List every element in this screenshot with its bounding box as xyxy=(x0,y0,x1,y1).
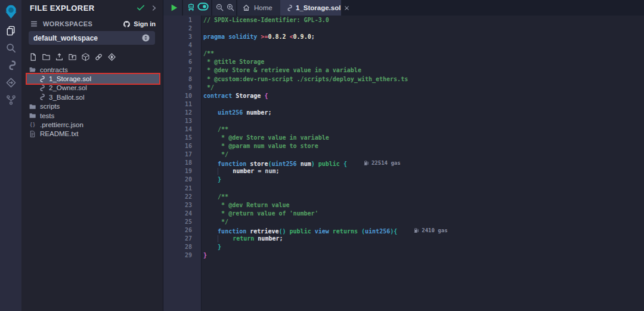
new-folder-icon[interactable] xyxy=(42,53,51,61)
editor-tabbar: Home 1_Storage.sol xyxy=(163,0,644,16)
ai-assistant-icon[interactable] xyxy=(186,2,196,13)
file-text-icon xyxy=(29,130,36,138)
tab-home[interactable]: Home xyxy=(237,0,280,16)
file-label: scripts xyxy=(40,103,60,110)
check-icon[interactable] xyxy=(136,3,145,15)
line-number: 26 xyxy=(163,226,201,235)
file-explorer-icon[interactable] xyxy=(4,24,17,37)
line-number: 23 xyxy=(163,201,201,210)
code-editor[interactable]: // SPDX-License-Identifier: GPL-3.0pragm… xyxy=(201,16,644,311)
braces-icon: {} xyxy=(29,121,36,129)
deploy-run-icon[interactable] xyxy=(4,76,17,89)
zoom-in-button[interactable] xyxy=(226,3,235,12)
solidity-file-icon xyxy=(38,93,45,101)
panel-title: FILE EXPLORER xyxy=(30,4,95,13)
ai-toggle[interactable] xyxy=(197,2,209,11)
line-number: 15 xyxy=(163,134,201,142)
git-icon[interactable] xyxy=(4,93,17,106)
line-number: 6 xyxy=(163,58,201,66)
line-number: 27 xyxy=(163,235,201,243)
solidity-file-icon xyxy=(285,4,293,12)
workspace-selector[interactable]: default_workspace xyxy=(29,31,155,45)
chevron-right-icon[interactable] xyxy=(150,4,158,14)
code-line-2 xyxy=(203,24,644,33)
file-3-ballot-sol[interactable]: 3_Ballot.sol xyxy=(21,93,163,101)
line-number: 7 xyxy=(163,66,201,75)
code-line-13 xyxy=(203,117,644,125)
file-tree: contracts1_Storage.sol2_Owner.sol3_Ballo… xyxy=(21,65,163,138)
remix-ide-window: FILE EXPLORER WORKSPACES Sign in default… xyxy=(0,0,644,311)
line-number: 1 xyxy=(163,16,201,24)
gas-estimate-badge: 22514 gas xyxy=(364,159,401,167)
code-line-22: /** xyxy=(203,193,644,201)
workspace-name: default_workspace xyxy=(33,34,98,42)
file-2-owner-sol[interactable]: 2_Owner.sol xyxy=(21,84,163,93)
code-line-28: } xyxy=(203,243,644,251)
code-line-21 xyxy=(203,184,644,193)
code-line-14: /** xyxy=(203,125,644,134)
tab-1-storage-sol[interactable]: 1_Storage.sol xyxy=(280,0,341,16)
sign-in-button[interactable]: Sign in xyxy=(123,20,156,28)
line-number: 12 xyxy=(163,109,201,117)
code-line-18: function store(uint256 num) public {2251… xyxy=(203,159,644,167)
code-line-23: * @dev Return value xyxy=(203,201,644,210)
line-number: 24 xyxy=(163,210,201,218)
toolbar-separator xyxy=(236,0,237,16)
toolbar-separator xyxy=(211,0,212,16)
folder-icon xyxy=(29,112,36,119)
line-number: 9 xyxy=(163,84,201,92)
line-number: 29 xyxy=(163,251,201,260)
file-tests[interactable]: tests xyxy=(21,111,163,120)
annotation-box xyxy=(26,73,160,84)
upload-file-icon[interactable] xyxy=(55,53,64,61)
github-icon xyxy=(123,20,131,28)
code-line-16: * @param num value to store xyxy=(203,142,644,150)
line-number: 4 xyxy=(163,41,201,50)
search-icon[interactable] xyxy=(4,41,17,54)
code-line-27: return number; xyxy=(203,235,644,243)
file-explorer-panel: FILE EXPLORER WORKSPACES Sign in default… xyxy=(21,0,163,311)
folder-open-icon xyxy=(29,66,36,73)
workspaces-menu-icon[interactable] xyxy=(30,20,38,28)
workspaces-header: WORKSPACES Sign in xyxy=(30,19,156,29)
file-label: contracts xyxy=(40,66,68,73)
line-number: 16 xyxy=(163,142,201,150)
new-file-icon[interactable] xyxy=(29,53,38,61)
upload-folder-icon[interactable] xyxy=(68,53,77,61)
file-actions-toolbar xyxy=(29,53,116,61)
workspaces-label: WORKSPACES xyxy=(43,20,92,27)
line-number: 14 xyxy=(163,125,201,134)
updown-icon xyxy=(141,33,150,42)
file-1-storage-sol[interactable]: 1_Storage.sol xyxy=(21,74,163,83)
close-tab-icon[interactable] xyxy=(343,5,350,11)
code-line-3: pragma solidity >=0.8.2 <0.9.0; xyxy=(203,33,644,41)
line-number: 3 xyxy=(163,33,201,41)
zoom-out-button[interactable] xyxy=(215,3,224,12)
file-readme-txt[interactable]: README.txt xyxy=(21,130,163,138)
line-number: 21 xyxy=(163,184,201,193)
line-number: 19 xyxy=(163,167,201,175)
file-label: 2_Owner.sol xyxy=(49,84,87,91)
activity-bar xyxy=(0,0,21,311)
ipfs-cube-icon[interactable] xyxy=(81,53,90,61)
file--prettierrc-json[interactable]: {}.prettierrc.json xyxy=(21,120,163,129)
line-number: 5 xyxy=(163,50,201,58)
sign-in-label: Sign in xyxy=(134,20,156,27)
code-line-4 xyxy=(203,41,644,50)
code-line-5: /** xyxy=(203,50,644,58)
code-line-20: } xyxy=(203,175,644,184)
solidity-compiler-icon[interactable] xyxy=(4,58,17,72)
file-scripts[interactable]: scripts xyxy=(21,102,163,111)
code-line-11 xyxy=(203,100,644,109)
file-label: README.txt xyxy=(40,130,79,137)
gas-estimate-badge: 2410 gas xyxy=(414,226,447,235)
link-icon[interactable] xyxy=(94,53,103,61)
solidity-badge-icon[interactable] xyxy=(107,53,116,61)
line-number: 11 xyxy=(163,100,201,109)
remix-logo-icon[interactable] xyxy=(2,3,19,20)
run-script-button[interactable] xyxy=(169,3,179,13)
line-number: 20 xyxy=(163,175,201,184)
code-line-12: uint256 number; xyxy=(203,109,644,117)
file-tab-label: 1_Storage.sol xyxy=(296,4,340,11)
code-line-9: */ xyxy=(203,84,644,92)
